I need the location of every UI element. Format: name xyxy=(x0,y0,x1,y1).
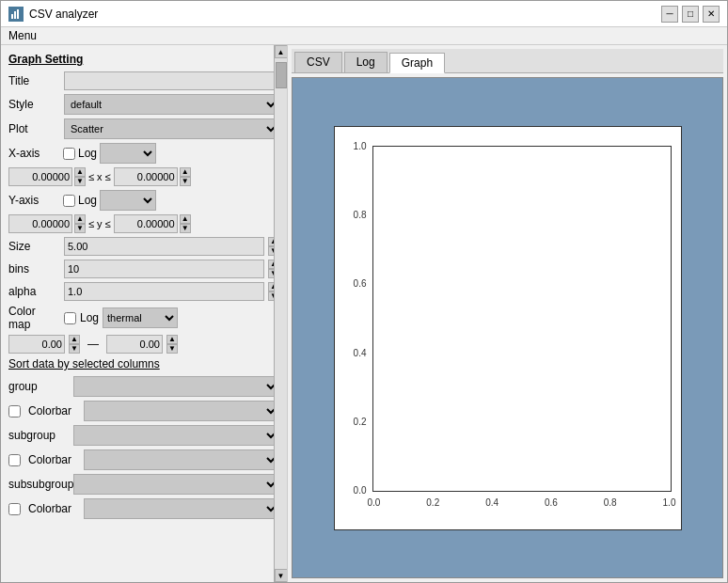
colormap-range-row: ▲ ▼ — ▲ ▼ xyxy=(8,335,279,354)
colormap-log-label: Log xyxy=(80,311,99,324)
style-select[interactable]: default classic seaborn ggplot xyxy=(64,94,279,115)
colormap-min-up[interactable]: ▲ xyxy=(69,335,80,344)
colorbar1-label: Colorbar xyxy=(28,404,80,418)
xaxis-max-up[interactable]: ▲ xyxy=(180,167,191,177)
minimize-button[interactable]: ─ xyxy=(661,6,678,23)
colorbar3-select[interactable] xyxy=(84,498,279,519)
y-label-0.2: 0.2 xyxy=(354,417,367,427)
colorbar3-checkbox[interactable] xyxy=(8,503,21,515)
plot-select[interactable]: Scatter Line Bar Histogram xyxy=(64,118,279,139)
title-bar-left: CSV analyzer xyxy=(8,7,98,22)
colormap-row: Color map Log thermal viridis plasma inf… xyxy=(8,305,279,331)
tab-graph[interactable]: Graph xyxy=(389,53,445,73)
yaxis-max-group: ▲ ▼ xyxy=(114,214,191,233)
y-label-0.4: 0.4 xyxy=(354,348,367,358)
x-label-0.2: 0.2 xyxy=(426,497,439,508)
xaxis-range-row: ▲ ▼ ≤ x ≤ ▲ ▼ xyxy=(8,167,279,186)
group-select[interactable] xyxy=(73,376,279,397)
main-window: CSV analyzer ─ □ ✕ Menu Graph Setting Ti… xyxy=(0,0,728,583)
sort-title: Sort data by selected columns xyxy=(8,357,279,370)
xaxis-min-up[interactable]: ▲ xyxy=(74,167,86,177)
y-label-0.8: 0.8 xyxy=(354,210,367,220)
colormap-max-down[interactable]: ▼ xyxy=(166,344,178,354)
y-label-0.0: 0.0 xyxy=(354,485,367,496)
xaxis-min-spin: ▲ ▼ xyxy=(74,167,86,186)
title-input[interactable] xyxy=(64,71,279,90)
colorbar2-row: Colorbar xyxy=(8,449,279,470)
xaxis-lt2: ≤ xyxy=(105,171,111,182)
maximize-button[interactable]: □ xyxy=(682,6,699,23)
colormap-log-checkbox[interactable] xyxy=(64,312,76,324)
xaxis-label: X-axis xyxy=(8,147,60,160)
xaxis-column-select[interactable] xyxy=(100,143,156,164)
colorbar3-label: Colorbar xyxy=(28,502,80,515)
menu-bar: Menu xyxy=(1,27,727,45)
yaxis-max-down[interactable]: ▼ xyxy=(180,224,191,233)
colormap-min-down[interactable]: ▼ xyxy=(69,344,80,354)
yaxis-lt2: ≤ xyxy=(105,218,111,229)
scrollbar[interactable]: ▲ ▼ xyxy=(274,45,287,582)
plot-inner xyxy=(372,146,672,492)
yaxis-column-select[interactable] xyxy=(100,190,156,211)
graph-setting-title: Graph Setting xyxy=(8,53,279,66)
xaxis-min-group: ▲ ▼ xyxy=(8,167,86,186)
yaxis-max-input[interactable] xyxy=(114,214,178,233)
xaxis-max-group: ▲ ▼ xyxy=(114,167,191,186)
subgroup-select[interactable] xyxy=(73,425,279,446)
xaxis-max-input[interactable] xyxy=(114,167,178,186)
colormap-max-input[interactable] xyxy=(106,335,163,354)
plot-row: Plot Scatter Line Bar Histogram xyxy=(8,118,279,139)
yaxis-min-down[interactable]: ▼ xyxy=(74,224,86,233)
tab-log[interactable]: Log xyxy=(344,52,388,72)
yaxis-max-up[interactable]: ▲ xyxy=(180,214,191,224)
yaxis-min-input[interactable] xyxy=(8,214,72,233)
yaxis-label: Y-axis xyxy=(8,194,60,207)
y-label-0.6: 0.6 xyxy=(354,278,367,289)
left-panel-inner: Graph Setting Title Style default classi… xyxy=(1,45,287,530)
yaxis-min-up[interactable]: ▲ xyxy=(74,214,86,224)
svg-rect-0 xyxy=(11,14,13,19)
yaxis-min-spin: ▲ ▼ xyxy=(74,214,86,233)
colorbar1-select[interactable] xyxy=(84,401,279,421)
subgroup-label: subgroup xyxy=(8,429,70,442)
xaxis-min-input[interactable] xyxy=(8,167,72,186)
main-content: Graph Setting Title Style default classi… xyxy=(1,45,727,582)
scroll-down-button[interactable]: ▼ xyxy=(275,569,288,582)
menu-label[interactable]: Menu xyxy=(8,29,37,42)
scroll-thumb[interactable] xyxy=(276,62,287,88)
x-label-0.4: 0.4 xyxy=(485,497,499,508)
size-label: Size xyxy=(8,240,60,253)
tab-csv[interactable]: CSV xyxy=(294,52,342,72)
x-label-0.8: 0.8 xyxy=(604,497,617,508)
xaxis-log-checkbox[interactable] xyxy=(63,148,75,160)
size-input[interactable] xyxy=(64,237,264,256)
alpha-input[interactable] xyxy=(64,282,264,301)
colormap-max-up[interactable]: ▲ xyxy=(166,335,178,344)
colormap-min-input[interactable] xyxy=(8,335,65,354)
plot-container: 1.0 0.8 0.6 0.4 0.2 0.0 0.0 0.2 0.4 0 xyxy=(334,126,682,530)
yaxis-max-spin: ▲ ▼ xyxy=(180,214,191,233)
colormap-select[interactable]: thermal viridis plasma inferno magma xyxy=(103,307,178,328)
xaxis-min-down[interactable]: ▼ xyxy=(74,177,86,186)
yaxis-log-checkbox[interactable] xyxy=(63,195,75,207)
close-button[interactable]: ✕ xyxy=(703,6,720,23)
colorbar2-checkbox[interactable] xyxy=(8,454,21,466)
xaxis-log-label: Log xyxy=(78,147,97,160)
colorbar1-checkbox[interactable] xyxy=(8,405,21,418)
yaxis-var: y xyxy=(97,218,103,229)
colorbar1-row: Colorbar xyxy=(8,401,279,421)
colorbar2-select[interactable] xyxy=(84,449,279,470)
subgroup-row: subgroup xyxy=(8,425,279,446)
colormap-dash: — xyxy=(87,338,99,351)
xaxis-var: x xyxy=(97,171,103,182)
subsubgroup-select[interactable] xyxy=(73,474,279,495)
colorbar3-row: Colorbar xyxy=(8,498,279,519)
xaxis-max-down[interactable]: ▼ xyxy=(180,177,191,186)
scroll-up-button[interactable]: ▲ xyxy=(275,45,288,58)
style-label: Style xyxy=(8,98,60,111)
alpha-label: alpha xyxy=(8,285,60,298)
bins-input[interactable] xyxy=(64,260,264,278)
bins-row: bins ▲ ▼ xyxy=(8,260,279,278)
subsubgroup-row: subsubgroup xyxy=(8,474,279,495)
y-label-1.0: 1.0 xyxy=(354,141,367,151)
